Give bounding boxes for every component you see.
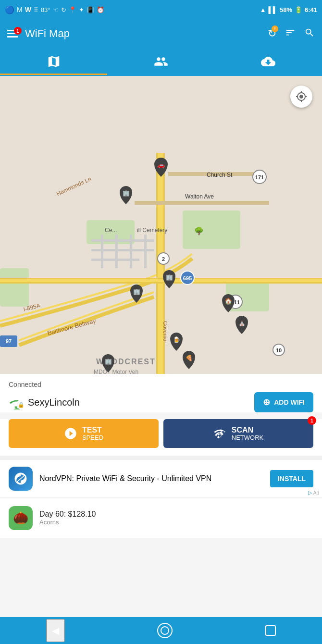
test-speed-line2: speed bbox=[82, 434, 103, 441]
svg-text:🏢: 🏢 bbox=[166, 273, 173, 281]
wifi-info: 🔒 SexyLincoln bbox=[9, 397, 80, 408]
svg-text:Walton Ave: Walton Ave bbox=[185, 193, 214, 200]
battery-icon: 🔋 bbox=[295, 6, 302, 13]
status-bar-left: 🔵 M W ⠿ 83° ☜ ↻ 📍 ✦ 📳 ⏰ bbox=[5, 5, 104, 14]
tab-map[interactable] bbox=[0, 48, 107, 75]
svg-text:🚗: 🚗 bbox=[157, 161, 165, 169]
ad-indicator: ▷ Ad bbox=[308, 490, 319, 496]
svg-text:Ce...: Ce... bbox=[105, 227, 117, 234]
tab-community[interactable] bbox=[107, 48, 214, 75]
svg-text:🏢: 🏢 bbox=[133, 288, 140, 295]
add-wifi-label: ADD WIFI bbox=[274, 398, 305, 406]
menu-badge: 1 bbox=[14, 27, 22, 35]
scan-network-icon bbox=[213, 427, 227, 440]
sync-icon: ↻ bbox=[61, 6, 66, 13]
acorns-subtitle: Acorns bbox=[39, 519, 313, 526]
action-buttons: TEST speed 1 SCAN network bbox=[0, 419, 322, 456]
location-icon: 📍 bbox=[69, 6, 76, 13]
test-speed-button[interactable]: TEST speed bbox=[9, 419, 159, 448]
svg-text:171: 171 bbox=[255, 174, 264, 180]
svg-text:🍕: 🍕 bbox=[186, 354, 193, 361]
map-area[interactable]: 695 2 171 711 10 97 Hammonds Ln I-895A B… bbox=[0, 76, 322, 374]
tab-bar bbox=[0, 48, 322, 76]
word-icon: W bbox=[25, 6, 31, 13]
community-tab-icon bbox=[154, 54, 168, 69]
battery-percent: 58% bbox=[280, 6, 292, 13]
ad-tag-icon: ▷ bbox=[308, 490, 312, 496]
alarm-icon: ⏰ bbox=[97, 6, 104, 13]
add-wifi-button[interactable]: ⊕ ADD WIFI bbox=[254, 392, 313, 412]
install-button[interactable]: INSTALL bbox=[270, 470, 313, 487]
divider bbox=[0, 456, 322, 459]
svg-text:Church St: Church St bbox=[207, 172, 233, 178]
grid-icon: ⠿ bbox=[34, 6, 38, 13]
bluetooth-icon: ✦ bbox=[79, 6, 84, 13]
connected-panel: Connected 🔒 SexyLincoln ⊕ ADD WIFI bbox=[0, 374, 322, 412]
offline-tab-icon bbox=[261, 54, 275, 69]
svg-text:🍺: 🍺 bbox=[173, 336, 180, 343]
svg-rect-10 bbox=[135, 201, 269, 205]
svg-text:🏢: 🏢 bbox=[123, 189, 130, 197]
svg-rect-17 bbox=[144, 235, 147, 268]
bottom-spacer bbox=[0, 538, 322, 565]
signal-icon: ▌▌ bbox=[269, 6, 277, 13]
vibrate-icon: 📳 bbox=[87, 6, 94, 13]
filter-button[interactable] bbox=[285, 27, 296, 40]
search-icon bbox=[304, 27, 315, 38]
ad-banner: NordVPN: Private WiFi & Security - Unlim… bbox=[0, 459, 322, 498]
scan-network-button[interactable]: 1 SCAN network bbox=[163, 419, 313, 448]
wifi-row: 🔒 SexyLincoln ⊕ ADD WIFI bbox=[9, 392, 313, 412]
scan-network-line1: SCAN bbox=[232, 426, 253, 434]
tab-offline[interactable] bbox=[215, 48, 322, 75]
map-tab-icon bbox=[47, 54, 61, 69]
gesture-icon: ☜ bbox=[53, 6, 59, 13]
svg-text:97: 97 bbox=[6, 338, 12, 344]
svg-rect-16 bbox=[130, 235, 132, 268]
connected-label: Connected bbox=[9, 381, 313, 388]
crosshair-icon bbox=[296, 91, 307, 102]
wifi-name: SexyLincoln bbox=[28, 397, 80, 408]
scan-badge: 1 bbox=[308, 416, 316, 425]
svg-text:🏢: 🏢 bbox=[105, 358, 112, 365]
svg-text:⛪: ⛪ bbox=[238, 319, 246, 326]
scan-network-line2: network bbox=[232, 434, 263, 441]
app-title: WiFi Map bbox=[25, 27, 260, 40]
menu-button[interactable]: 1 bbox=[7, 30, 18, 37]
status-bar: 🔵 M W ⠿ 83° ☜ ↻ 📍 ✦ 📳 ⏰ ▲ ▌▌ 58% 🔋 6:41 bbox=[0, 0, 322, 19]
clock: 6:41 bbox=[305, 6, 317, 13]
svg-text:2: 2 bbox=[162, 256, 165, 262]
ad-text: NordVPN: Private WiFi & Security - Unlim… bbox=[39, 474, 263, 483]
swiftkey-icon: 🔵 bbox=[5, 5, 14, 14]
svg-text:Governor: Governor bbox=[162, 321, 168, 343]
svg-rect-8 bbox=[0, 279, 322, 282]
test-speed-line1: TEST bbox=[82, 426, 102, 434]
filter-icon bbox=[285, 27, 296, 38]
ad-title: NordVPN: Private WiFi & Security - Unlim… bbox=[39, 474, 211, 483]
speed-test-icon bbox=[64, 427, 77, 440]
location-button[interactable] bbox=[290, 86, 312, 108]
wifi-icon: ▲ bbox=[260, 6, 266, 13]
svg-text:ill Cemetery: ill Cemetery bbox=[137, 227, 167, 234]
svg-rect-14 bbox=[101, 235, 103, 268]
svg-text:10: 10 bbox=[276, 347, 282, 353]
ad-container: NordVPN: Private WiFi & Security - Unlim… bbox=[0, 459, 322, 498]
ad-tag-label: Ad bbox=[313, 490, 319, 495]
search-button[interactable] bbox=[304, 27, 315, 40]
wifi-signal-indicator: 🔒 bbox=[9, 397, 22, 408]
gmail-icon: M bbox=[17, 6, 23, 13]
app-bar-icons: ↻ ! bbox=[268, 27, 315, 40]
refresh-button[interactable]: ↻ ! bbox=[268, 27, 276, 40]
svg-text:🏠: 🏠 bbox=[224, 297, 233, 305]
svg-rect-15 bbox=[115, 235, 118, 268]
svg-text:695: 695 bbox=[183, 275, 192, 281]
acorns-icon: 🌰 bbox=[13, 510, 28, 525]
svg-rect-4 bbox=[0, 268, 29, 307]
app-bar: 1 WiFi Map ↻ ! bbox=[0, 19, 322, 48]
acorns-banner: 🌰 Day 60: $128.10 Acorns bbox=[0, 498, 322, 538]
nordvpn-logo bbox=[9, 467, 33, 491]
svg-text:🌳: 🌳 bbox=[194, 226, 204, 235]
svg-text:MDOT Motor Veh: MDOT Motor Veh bbox=[94, 369, 138, 374]
plus-icon: ⊕ bbox=[263, 397, 270, 408]
acorns-logo: 🌰 bbox=[9, 506, 33, 530]
map-svg: 695 2 171 711 10 97 Hammonds Ln I-895A B… bbox=[0, 76, 322, 374]
